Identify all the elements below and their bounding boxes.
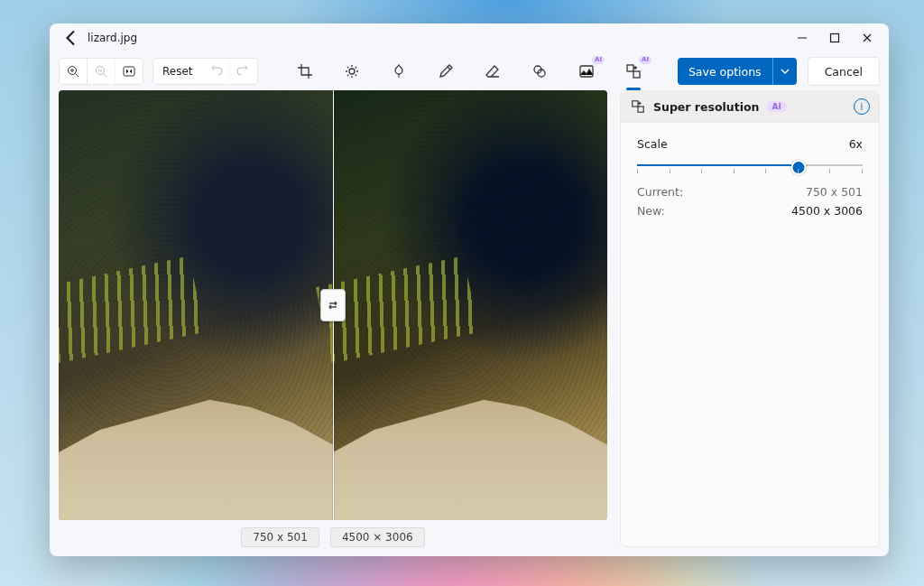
tool-crop[interactable] (292, 57, 318, 86)
new-row: New: 4500 x 3006 (637, 204, 863, 218)
toolbar: Reset (50, 52, 889, 90)
filters-icon (531, 63, 548, 79)
photo-original-side (59, 90, 333, 520)
canvas-area: 750 x 501 4500 × 3006 (59, 90, 607, 547)
zoom-out-icon (94, 64, 108, 79)
super-resolution-panel: Super resolution AI i Scale 6x (620, 90, 880, 547)
back-button[interactable] (60, 27, 82, 49)
tool-filters[interactable] (527, 57, 552, 86)
workarea: 750 x 501 4500 × 3006 Super resolution A… (50, 90, 889, 556)
eraser-icon (485, 63, 501, 79)
panel-header: Super resolution AI i (621, 91, 879, 123)
zoom-group (59, 58, 143, 85)
panel-body: Scale 6x Current: 750 x 501 New: (621, 123, 879, 236)
zoom-out-button[interactable] (88, 59, 116, 84)
svg-rect-11 (638, 107, 643, 112)
brightness-icon (344, 63, 360, 79)
window-close[interactable] (851, 23, 883, 52)
window-minimize[interactable] (786, 23, 818, 52)
save-options-label: Save options (678, 65, 772, 79)
swap-horizontal-icon (327, 299, 339, 312)
undo-button[interactable] (202, 59, 230, 84)
tool-super-resolution-ai[interactable]: AI (621, 57, 646, 86)
svg-rect-3 (124, 67, 134, 76)
cancel-button[interactable]: Cancel (808, 57, 880, 86)
super-resolution-icon (630, 98, 646, 115)
comparison-slider-handle[interactable] (320, 289, 346, 321)
dimension-labels: 750 x 501 4500 × 3006 (59, 520, 607, 547)
original-dimension-chip: 750 x 501 (241, 527, 319, 547)
svg-rect-8 (627, 65, 633, 71)
app-window: lizard.jpg Reset (50, 23, 889, 556)
arrow-left-icon (60, 27, 82, 49)
reset-button[interactable]: Reset (153, 59, 202, 84)
redo-button[interactable] (230, 59, 257, 84)
pencil-icon (438, 63, 454, 79)
scale-slider[interactable] (637, 158, 863, 172)
minimize-icon (797, 33, 808, 43)
titlebar: lizard.jpg (50, 23, 889, 52)
tool-background-ai[interactable]: AI (574, 57, 599, 86)
super-resolution-icon (625, 63, 642, 79)
tool-markup[interactable] (433, 57, 458, 86)
photo-comparison[interactable] (59, 90, 607, 520)
ai-pill: AI (766, 101, 786, 112)
new-label: New: (637, 204, 665, 218)
background-ai-icon (578, 63, 595, 79)
ai-badge-icon: AI (592, 56, 605, 64)
history-group: Reset (152, 58, 258, 85)
close-icon (862, 33, 873, 43)
undo-icon (208, 64, 223, 79)
fit-screen-icon (122, 64, 136, 79)
photo-enhanced-side (333, 90, 607, 520)
current-row: Current: 750 x 501 (637, 185, 863, 199)
window-maximize[interactable] (818, 23, 851, 52)
slider-ticks (637, 169, 863, 173)
tool-tabs: AI AI (292, 57, 646, 86)
fit-screen-button[interactable] (116, 59, 143, 84)
tool-erase[interactable] (480, 57, 505, 86)
crop-icon (297, 63, 313, 79)
ai-badge-icon: AI (639, 56, 651, 64)
save-options-dropdown[interactable] (772, 58, 797, 85)
save-options-button[interactable]: Save options (678, 58, 797, 85)
zoom-in-icon (66, 64, 80, 79)
file-name: lizard.jpg (88, 32, 137, 44)
retouch-icon (391, 63, 407, 79)
svg-rect-10 (633, 101, 638, 107)
svg-rect-0 (831, 34, 839, 42)
scale-label: Scale (637, 137, 668, 151)
panel-title: Super resolution (653, 100, 759, 114)
current-label: Current: (637, 185, 683, 199)
tool-retouch[interactable] (386, 57, 411, 86)
scale-value: 6x (849, 137, 863, 151)
current-value: 750 x 501 (806, 185, 863, 199)
tool-adjustment[interactable] (339, 57, 365, 86)
svg-point-4 (349, 69, 355, 74)
new-dimension-chip: 4500 × 3006 (330, 527, 425, 547)
info-button[interactable]: i (854, 98, 870, 115)
new-value: 4500 x 3006 (791, 204, 863, 218)
maximize-icon (829, 33, 840, 43)
scale-row: Scale 6x (637, 137, 863, 151)
redo-icon (236, 64, 251, 79)
chevron-down-icon (781, 67, 790, 76)
svg-rect-9 (633, 71, 640, 78)
zoom-in-button[interactable] (60, 59, 88, 84)
